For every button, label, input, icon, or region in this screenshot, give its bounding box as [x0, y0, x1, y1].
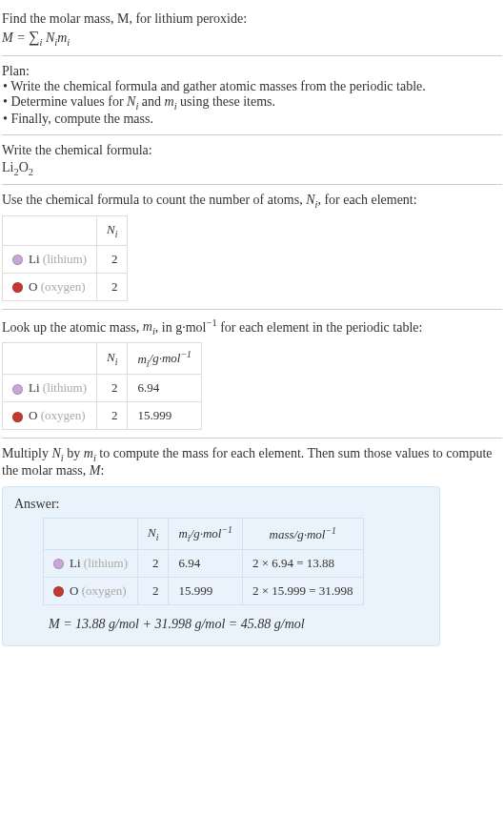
- ni-header: Ni: [138, 518, 169, 549]
- element-o: O (oxygen): [44, 577, 138, 604]
- count-heading: Use the chemical formula to count the nu…: [2, 193, 502, 210]
- o-n: 2: [138, 577, 169, 604]
- var-M: M: [90, 463, 101, 478]
- mi-header: mi/g·mol−1: [169, 518, 242, 549]
- li-n: 2: [138, 549, 169, 577]
- table-row: Li (lithium) 2 6.94 2 × 6.94 = 13.88: [44, 549, 364, 577]
- li-m: 6.94: [128, 375, 201, 402]
- o-m: 15.999: [169, 577, 242, 604]
- li-swatch-icon: [12, 255, 23, 265]
- intro-equation: M = ∑i Nimi: [2, 29, 502, 48]
- table-header-row: Ni mi/g·mol−1: [3, 343, 202, 375]
- lookup-heading: Look up the atomic mass, mi, in g·mol−1 …: [2, 317, 502, 337]
- plan-section: Plan: • Write the chemical formula and g…: [2, 56, 502, 135]
- var-Ni-3: Ni: [52, 446, 64, 460]
- plan-bullet-3: • Finally, compute the mass.: [2, 112, 502, 127]
- intro-section: Find the molar mass, M, for lithium pero…: [2, 4, 502, 56]
- eq-M: M: [2, 31, 13, 45]
- li-swatch-icon: [12, 384, 23, 395]
- element-o: O (oxygen): [3, 273, 97, 300]
- table-row: O (oxygen) 2 15.999: [3, 402, 202, 430]
- var-mi-2: mi: [143, 319, 155, 334]
- plan-bullet-2: • Determine values for Ni and mi using t…: [2, 94, 502, 112]
- li-n: 2: [97, 375, 128, 402]
- answer-section: Multiply Ni by mi to compute the mass fo…: [2, 439, 502, 654]
- empty-header: [44, 518, 138, 549]
- o-n: 2: [97, 402, 128, 430]
- empty-header: [3, 216, 97, 246]
- table-row: Li (lithium) 2: [3, 245, 128, 273]
- element-o: O (oxygen): [3, 402, 97, 430]
- final-answer: M = 13.88 g/mol + 31.998 g/mol = 45.88 g…: [49, 617, 428, 632]
- li-count: 2: [97, 245, 128, 273]
- li-mass: 2 × 6.94 = 13.88: [242, 549, 363, 577]
- o-count: 2: [97, 273, 128, 300]
- table-row: O (oxygen) 2: [3, 273, 128, 300]
- o-swatch-icon: [12, 412, 23, 422]
- element-li: Li (lithium): [3, 245, 97, 273]
- table-row: Li (lithium) 2 6.94: [3, 375, 202, 402]
- lookup-table: Ni mi/g·mol−1 Li (lithium) 2 6.94 O (oxy…: [2, 342, 202, 430]
- answer-box-title: Answer:: [14, 497, 428, 512]
- plan-heading: Plan:: [2, 64, 502, 79]
- eq-Ni: Ni: [46, 31, 57, 45]
- table-header-row: Ni mi/g·mol−1 mass/g·mol−1: [44, 518, 364, 549]
- li-swatch-icon: [53, 559, 64, 569]
- count-table: Ni Li (lithium) 2 O (oxygen) 2: [2, 215, 128, 301]
- li-m: 6.94: [169, 549, 242, 577]
- plan-bullet-1: • Write the chemical formula and gather …: [2, 79, 502, 94]
- o-mass: 2 × 15.999 = 31.998: [242, 577, 363, 604]
- formula-section: Write the chemical formula: Li2O2: [2, 135, 502, 186]
- element-li: Li (lithium): [3, 375, 97, 402]
- var-mi: mi: [165, 94, 177, 109]
- var-Ni-2: Ni: [306, 193, 317, 207]
- answer-box: Answer: Ni mi/g·mol−1 mass/g·mol−1 Li (l…: [2, 486, 440, 646]
- o-swatch-icon: [53, 586, 64, 597]
- var-Ni: Ni: [127, 94, 138, 109]
- empty-header: [3, 343, 97, 375]
- table-row: O (oxygen) 2 15.999 2 × 15.999 = 31.998: [44, 577, 364, 604]
- intro-line1: Find the molar mass, M, for lithium pero…: [2, 11, 247, 26]
- answer-table: Ni mi/g·mol−1 mass/g·mol−1 Li (lithium) …: [43, 518, 364, 605]
- formula-heading: Write the chemical formula:: [2, 143, 502, 158]
- count-section: Use the chemical formula to count the nu…: [2, 185, 502, 309]
- mi-header: mi/g·mol−1: [128, 343, 201, 375]
- element-li: Li (lithium): [44, 549, 138, 577]
- table-header-row: Ni: [3, 216, 128, 246]
- ni-header: Ni: [97, 343, 128, 375]
- o-m: 15.999: [128, 402, 201, 430]
- intro-text: Find the molar mass, M, for lithium pero…: [2, 11, 502, 27]
- lookup-section: Look up the atomic mass, mi, in g·mol−1 …: [2, 310, 502, 439]
- sigma-sub: i: [40, 37, 43, 48]
- sigma-icon: ∑: [29, 29, 39, 45]
- eq-mi: mi: [57, 31, 70, 45]
- var-mi-3: mi: [84, 446, 96, 460]
- ni-header: Ni: [97, 216, 128, 246]
- answer-heading: Multiply Ni by mi to compute the mass fo…: [2, 446, 502, 479]
- o-swatch-icon: [12, 282, 23, 293]
- chemical-formula: Li2O2: [2, 160, 502, 177]
- mass-header: mass/g·mol−1: [242, 518, 363, 549]
